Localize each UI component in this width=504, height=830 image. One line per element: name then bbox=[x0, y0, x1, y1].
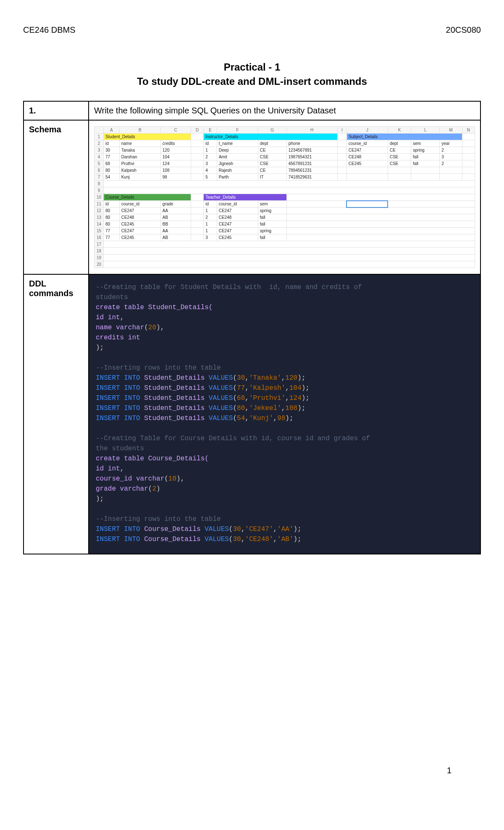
code-cell: --Creating table for Student Details wit… bbox=[89, 274, 480, 554]
title-block: Practical - 1 To study DDL-create and DM… bbox=[23, 60, 481, 88]
ddl-row: DDL commands --Creating table for Studen… bbox=[24, 274, 480, 554]
main-table: 1. Write the following simple SQL Querie… bbox=[23, 101, 481, 554]
schema-row: Schema ABCDEFGHIJKLMN 1Student_DetailsIn… bbox=[24, 120, 480, 274]
header-left: CE246 DBMS bbox=[23, 25, 76, 35]
schema-label: Schema bbox=[24, 120, 89, 274]
ddl-label: DDL commands bbox=[24, 274, 89, 554]
page-header: CE246 DBMS 20CS080 bbox=[23, 25, 481, 35]
question-number: 1. bbox=[24, 101, 89, 120]
title-line1: Practical - 1 bbox=[23, 60, 481, 74]
sql-code: --Creating table for Student Details wit… bbox=[89, 275, 480, 554]
spreadsheet: ABCDEFGHIJKLMN 1Student_DetailsInstructo… bbox=[94, 126, 475, 268]
question-text: Write the following simple SQL Queries o… bbox=[89, 101, 480, 120]
header-right: 20CS080 bbox=[446, 25, 481, 35]
page-number: 1 bbox=[447, 766, 452, 775]
question-row: 1. Write the following simple SQL Querie… bbox=[24, 101, 480, 120]
title-line2: To study DDL-create and DML-insert comma… bbox=[23, 74, 481, 89]
schema-cell: ABCDEFGHIJKLMN 1Student_DetailsInstructo… bbox=[89, 120, 480, 274]
